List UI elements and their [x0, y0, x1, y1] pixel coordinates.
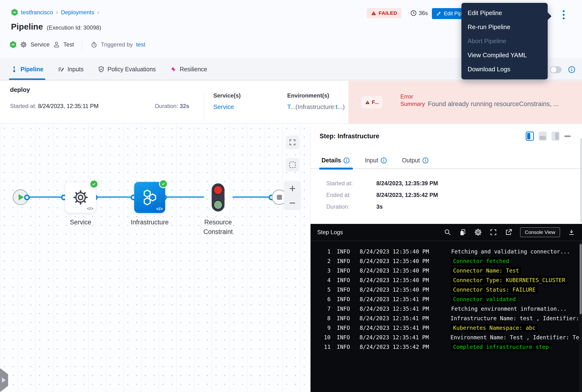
policy-shield-icon	[98, 66, 104, 72]
tab-inputs[interactable]: Inputs	[58, 59, 84, 80]
menu-item[interactable]: Re-run Pipeline	[461, 20, 548, 34]
menu-item[interactable]: Download Logs	[461, 62, 548, 76]
zoom-controls: + −	[284, 181, 301, 210]
step-logs-panel: Step Logs	[311, 224, 582, 392]
log-timestamp: 8/24/2023 12:35:40 PM	[360, 248, 444, 255]
pipeline-graph-canvas[interactable]: </> Service </> Infrastructure Resource …	[0, 124, 310, 392]
layout-right-split-button[interactable]	[552, 132, 560, 141]
environments-block: Environment(s) T...(Infrastructure:t...)	[287, 92, 345, 111]
service-link[interactable]: Service	[213, 103, 234, 111]
triggered-by-label: Triggered by	[101, 41, 133, 48]
search-icon[interactable]	[444, 228, 451, 236]
step-node-resource-constraint[interactable]	[212, 183, 224, 212]
log-line-number: 7	[317, 306, 331, 312]
log-message: Fetching and validating connector...	[451, 248, 570, 255]
error-summary-message: Found already running resourceConstrains…	[428, 100, 559, 108]
panel-scrollbar[interactable]	[581, 138, 582, 222]
step-node-infrastructure[interactable]: </>	[134, 182, 165, 213]
log-message: Connector Status: FAILURE	[451, 286, 538, 294]
harness-cd-module-icon: ∞	[11, 9, 18, 16]
infrastructure-link[interactable]: t...	[336, 103, 343, 110]
download-icon[interactable]	[568, 228, 575, 236]
log-line-number: 5	[317, 286, 331, 293]
menu-item[interactable]: Edit Pipeline	[461, 6, 548, 20]
log-message: Fetching environment information...	[451, 306, 567, 312]
code-icon: </>	[87, 206, 93, 211]
clock-icon	[410, 10, 417, 16]
inputs-tab-icon	[58, 66, 64, 73]
harness-cd-module-icon: ∞	[9, 41, 17, 48]
menu-item[interactable]: Abort Pipeline	[461, 34, 548, 48]
services-label: Service(s)	[213, 92, 241, 99]
log-message: Connector Name: Test	[451, 267, 521, 274]
step-panel-tabs: Details Input Output	[311, 152, 582, 169]
tab-input[interactable]: Input	[365, 152, 387, 168]
external-link-icon[interactable]	[505, 228, 513, 236]
toggle-switch[interactable]	[550, 66, 562, 73]
divider	[204, 92, 204, 119]
log-lines: 1 INFO 8/24/2023 12:35:40 PM Fetching an…	[311, 241, 579, 392]
console-view-button[interactable]: Console View	[520, 227, 560, 237]
fullscreen-graph-button[interactable]	[286, 136, 299, 149]
info-icon	[381, 157, 387, 164]
log-timestamp: 8/24/2023 12:35:41 PM	[360, 325, 444, 331]
log-line-number: 6	[317, 296, 331, 302]
info-icon[interactable]	[568, 66, 575, 73]
log-line: 1 INFO 8/24/2023 12:35:40 PM Fetching an…	[311, 247, 579, 256]
detail-row: Ended at: 8/24/2023, 12:35:42 PM	[326, 189, 438, 201]
node-label-service: Service	[65, 218, 96, 227]
menu-item[interactable]: View Compiled YAML	[461, 48, 548, 62]
warning-icon	[371, 10, 376, 16]
stage-started: Started at: 8/24/2023, 12:35:11 PM	[10, 103, 99, 110]
environment-name: Test	[63, 41, 74, 48]
tab-policy-evaluations[interactable]: Policy Evaluations	[98, 59, 156, 80]
warning-icon	[365, 100, 370, 105]
detail-value: 8/24/2023, 12:35:42 PM	[376, 192, 438, 198]
log-line: 11 INFO 8/24/2023 12:35:42 PM Completed …	[311, 342, 579, 352]
info-icon	[422, 157, 429, 164]
log-line: 5 INFO 8/24/2023 12:35:40 PM Connector S…	[311, 285, 579, 294]
log-level: INFO	[337, 334, 353, 340]
divider	[82, 39, 82, 50]
breadcrumb-separator-icon: ›	[97, 8, 99, 16]
layout-vertical-split-button[interactable]	[526, 132, 534, 141]
step-logs-header: Step Logs	[311, 224, 582, 241]
log-timestamp: 8/24/2023 12:35:42 PM	[360, 344, 444, 350]
copy-icon[interactable]	[459, 228, 467, 236]
fullscreen-icon[interactable]	[490, 228, 497, 236]
kebab-menu-icon[interactable]	[560, 8, 567, 22]
breadcrumb-project-link[interactable]: testfrancisco	[21, 9, 53, 16]
tabbar-right-controls	[550, 59, 575, 80]
logs-scrollbar-thumb[interactable]	[580, 244, 582, 314]
duration-group: 36s	[410, 10, 428, 16]
tab-output[interactable]: Output	[402, 152, 429, 168]
breadcrumb-deployments-link[interactable]: Deployments	[61, 9, 94, 16]
gear-icon	[73, 190, 88, 205]
tab-resilience[interactable]: Resilience	[170, 59, 207, 80]
minimize-panel-button[interactable]	[564, 136, 571, 137]
log-timestamp: 8/24/2023 12:35:40 PM	[360, 286, 444, 293]
log-line: 7 INFO 8/24/2023 12:35:41 PM Fetching en…	[311, 304, 579, 314]
environment-link[interactable]: T...	[287, 103, 296, 110]
node-label-resource-constraint: Resource Constraint	[198, 218, 238, 236]
triggered-by-user-link[interactable]: test	[136, 41, 145, 48]
settings-gear-icon[interactable]	[474, 228, 482, 236]
services-block: Service(s) Service	[213, 92, 241, 111]
zoom-in-button[interactable]: +	[284, 183, 301, 194]
page-title: Pipeline	[11, 22, 43, 32]
marquee-select-button[interactable]	[286, 158, 299, 172]
step-node-service[interactable]: </>	[65, 182, 96, 213]
left-panel-expand-handle[interactable]	[0, 369, 8, 392]
log-timestamp: 8/24/2023 12:35:41 PM	[360, 306, 444, 312]
log-timestamp: 8/24/2023 12:35:40 PM	[360, 258, 444, 264]
tab-pipeline[interactable]: Pipeline	[11, 59, 43, 80]
zoom-out-button[interactable]: −	[284, 198, 301, 208]
layout-bottom-split-button[interactable]	[539, 132, 547, 141]
log-line: 3 INFO 8/24/2023 12:35:40 PM Connector N…	[311, 266, 579, 276]
status-text: FAILED	[379, 10, 397, 16]
log-level: INFO	[337, 344, 353, 350]
gear-icon	[20, 41, 27, 48]
log-message: Connector validated	[451, 296, 518, 303]
tab-details[interactable]: Details	[322, 152, 350, 168]
logs-scrollbar-track[interactable]	[580, 241, 582, 392]
